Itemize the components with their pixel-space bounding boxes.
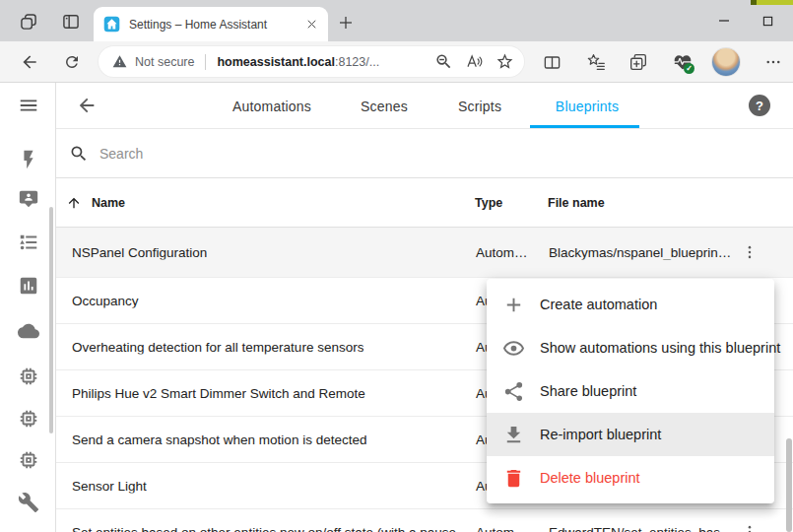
minimize-icon <box>718 15 730 27</box>
home-assistant-favicon <box>103 16 120 33</box>
table-row[interactable]: NSPanel Configuration Autom… Blackymas/n… <box>56 228 793 278</box>
row-name: Send a camera snapshot when motion is de… <box>72 432 366 447</box>
tab-actions-button[interactable] <box>18 11 39 33</box>
read-aloud-icon[interactable] <box>465 52 484 71</box>
menu-item-delete-blueprint[interactable]: Delete blueprint <box>487 456 774 499</box>
row-name: Philips Hue v2 Smart Dimmer Switch and R… <box>72 386 365 401</box>
help-button[interactable]: ? <box>749 95 770 116</box>
split-screen-icon <box>543 53 562 72</box>
cloud-icon <box>18 320 39 342</box>
background-app-sliver <box>751 0 793 5</box>
plus-icon <box>337 14 355 32</box>
vertical-tabs-icon <box>61 12 81 32</box>
refresh-icon <box>63 53 81 71</box>
window-maximize-button[interactable] <box>755 10 780 32</box>
sidebar-item-cloud[interactable] <box>17 319 40 343</box>
menu-item-create-automation[interactable]: Create automation <box>487 283 774 326</box>
url-host: homeassistant.local <box>217 55 335 69</box>
column-header-type[interactable]: Type <box>475 178 502 228</box>
address-bar[interactable]: Not secure homeassistant.local :8123/... <box>99 46 524 77</box>
window-minimize-button[interactable] <box>711 10 737 32</box>
zoom-out-icon[interactable] <box>434 52 453 71</box>
sidebar-item-automations[interactable] <box>17 148 40 171</box>
search-input[interactable] <box>99 146 691 162</box>
sidebar-menu-button[interactable] <box>17 94 40 117</box>
wrench-icon <box>18 492 39 513</box>
sort-ascending-icon <box>66 195 82 211</box>
vertical-tabs-button[interactable] <box>60 11 82 33</box>
row-overflow-button[interactable] <box>738 520 761 532</box>
menu-item-reimport-blueprint[interactable]: Re-import blueprint <box>487 413 774 456</box>
sidebar-item-voice-assistants[interactable] <box>17 187 40 211</box>
row-name: Sensor Light <box>72 479 147 494</box>
favorite-star-icon[interactable] <box>496 52 514 71</box>
browser-tab[interactable]: Settings – Home Assistant <box>94 7 328 41</box>
tab-scenes[interactable]: Scenes <box>361 83 408 129</box>
tab-blueprints[interactable]: Blueprints <box>556 83 619 129</box>
row-file-name: Blackymas/nspanel_blueprin… <box>549 245 731 260</box>
menu-item-label: Delete blueprint <box>540 470 640 486</box>
sidebar-item-devices[interactable] <box>17 365 40 388</box>
dots-vertical-icon <box>741 523 759 532</box>
row-file-name: EdwardTEN/set_entities_bas… <box>549 525 734 532</box>
back-arrow-icon <box>20 52 39 72</box>
profile-avatar[interactable] <box>712 48 740 76</box>
tab-automations[interactable]: Automations <box>232 83 311 129</box>
ha-sidebar <box>0 83 56 532</box>
active-tab-underline <box>530 125 639 128</box>
download-icon <box>502 424 525 446</box>
back-button[interactable] <box>18 50 41 74</box>
column-header-name[interactable]: Name <box>66 178 125 228</box>
list-icon <box>18 232 39 253</box>
menu-item-label: Re-import blueprint <box>540 427 661 442</box>
row-overflow-button[interactable] <box>738 240 761 264</box>
ellipsis-icon <box>764 53 782 71</box>
tab-scripts[interactable]: Scripts <box>458 83 501 129</box>
page-scrollbar[interactable] <box>786 438 792 532</box>
search-icon <box>69 144 89 164</box>
plus-icon <box>502 294 525 316</box>
menu-item-label: Create automation <box>540 297 657 312</box>
dots-vertical-icon <box>741 243 759 261</box>
chip-icon <box>18 366 39 387</box>
new-tab-button[interactable] <box>336 13 356 33</box>
sidebar-scrollbar[interactable] <box>49 207 53 433</box>
row-type: Autom… <box>476 245 528 260</box>
essentials-check-badge: ✓ <box>684 63 694 74</box>
column-label: File name <box>548 196 605 210</box>
browser-menu-button[interactable] <box>761 50 785 74</box>
column-label: Type <box>475 196 502 210</box>
favorites-hub-button[interactable] <box>584 50 608 74</box>
blueprint-context-menu: Create automation Show automations using… <box>487 279 774 503</box>
sidebar-item-dashboards[interactable] <box>17 274 40 298</box>
stacked-tabs-icon <box>19 12 38 32</box>
menu-item-label: Show automations using this blueprint <box>540 340 780 356</box>
sidebar-item-integrations[interactable] <box>17 407 40 431</box>
chart-box-icon <box>18 275 39 297</box>
not-secure-warning-icon <box>112 54 127 69</box>
menu-item-share-blueprint[interactable]: Share blueprint <box>487 369 774 413</box>
browser-essentials-button[interactable]: ✓ <box>671 50 694 74</box>
collections-button[interactable] <box>627 50 650 74</box>
address-divider <box>205 54 206 70</box>
column-header-file-name[interactable]: File name <box>548 178 605 228</box>
collections-icon <box>628 52 648 72</box>
ha-back-button[interactable] <box>76 94 99 117</box>
sidebar-item-areas[interactable] <box>17 231 40 254</box>
hamburger-icon <box>18 95 39 116</box>
share-icon <box>502 380 525 403</box>
row-type: Autom… <box>476 525 528 532</box>
maximize-icon <box>762 16 773 27</box>
browser-toolbar: Not secure homeassistant.local :8123/... <box>0 41 793 83</box>
security-label[interactable]: Not secure <box>135 55 194 69</box>
split-screen-button[interactable] <box>540 50 563 74</box>
column-label: Name <box>92 196 125 210</box>
menu-item-show-automations[interactable]: Show automations using this blueprint <box>487 326 774 369</box>
table-row[interactable]: Set entities based on other entities new… <box>56 509 793 532</box>
sidebar-item-system[interactable] <box>17 491 40 514</box>
menu-item-label: Share blueprint <box>540 383 636 399</box>
ha-header: Automations Scenes Scripts Blueprints ? <box>56 83 793 129</box>
sidebar-item-addons[interactable] <box>17 448 40 472</box>
tab-close-button[interactable] <box>302 16 320 33</box>
refresh-button[interactable] <box>60 50 84 74</box>
